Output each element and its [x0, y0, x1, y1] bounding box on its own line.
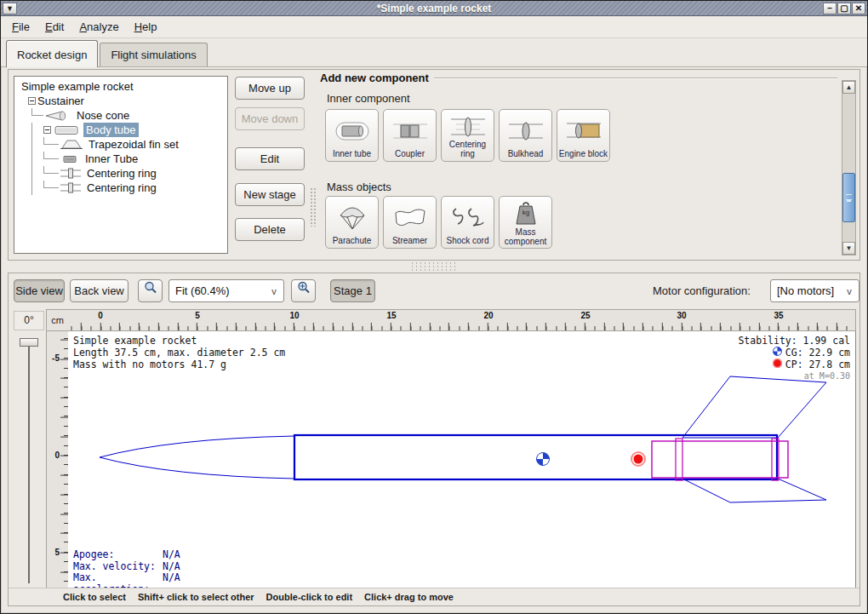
mass-component-icon: kg	[511, 200, 541, 227]
centering-ring-button[interactable]: Centering ring	[441, 109, 494, 162]
stage-1-toggle[interactable]: Stage 1	[330, 279, 375, 302]
side-view-button[interactable]: Side view	[14, 279, 65, 302]
bulkhead-button[interactable]: Bulkhead	[499, 109, 552, 162]
mass-object-buttons: Parachute Streamer Shock cord	[325, 196, 552, 249]
window-menu-button[interactable]: ▼	[3, 3, 17, 14]
inner-tube-icon	[60, 154, 79, 164]
minimize-button[interactable]: –	[823, 3, 837, 14]
close-button[interactable]: ✕	[852, 3, 865, 14]
mass-component-button[interactable]: kg Mass component	[499, 196, 552, 249]
zoom-out-button[interactable]	[138, 279, 163, 302]
tree-row-centering-ring-1[interactable]: Centering ring	[14, 166, 227, 181]
zoom-level-select[interactable]: Fit (60.4%) v	[168, 279, 284, 302]
ruler-tick-label: 35	[774, 311, 783, 320]
menu-analyze-rest: nalyze	[87, 20, 119, 33]
menu-file[interactable]: File	[4, 17, 37, 37]
status-bar: Click to select Shift+ click to select o…	[9, 588, 859, 605]
rotation-slider[interactable]	[28, 340, 30, 583]
nose-cone-icon	[45, 110, 71, 122]
centering-ring-shape[interactable]	[676, 439, 682, 480]
horizontal-splitter-handle[interactable]	[410, 261, 458, 273]
stability-block: Stability: 1.99 cal CG: 22.9 cm CP: 27.	[738, 335, 850, 382]
hint-click-select: Click to select	[63, 592, 126, 602]
cp-value: CP: 27.8 cm	[785, 359, 850, 370]
component-button-label: Engine block	[559, 149, 608, 158]
component-panel-scrollbar[interactable]: ▲ ▼	[842, 80, 856, 255]
app-window: ▼ *Simple example rocket – ▢ ✕ File Edit…	[0, 0, 868, 614]
hint-click-drag: Click+ drag to move	[364, 592, 454, 602]
zoom-level-value: Fit (60.4%)	[169, 284, 265, 297]
collapse-icon[interactable]	[28, 97, 36, 105]
coupler-button[interactable]: Coupler	[383, 109, 437, 162]
cp-legend-icon	[773, 359, 782, 370]
tree-row-rocket[interactable]: Simple example rocket	[14, 79, 227, 94]
tree-label: Sustainer	[37, 94, 87, 108]
menu-edit[interactable]: Edit	[37, 17, 71, 37]
inner-tube-button[interactable]: Inner tube	[325, 109, 379, 162]
add-component-group: Add new component Inner component Inner …	[320, 72, 856, 258]
menu-analyze[interactable]: Analyze	[71, 17, 126, 37]
new-stage-button[interactable]: New stage	[235, 183, 305, 206]
delete-button[interactable]: Delete	[235, 218, 305, 241]
window-title: *Simple example rocket	[1, 3, 867, 14]
move-up-button[interactable]: Move up	[235, 77, 305, 100]
zoom-out-icon	[144, 280, 157, 301]
fin-top[interactable]	[682, 376, 826, 438]
body-tube-shape[interactable]	[294, 435, 777, 479]
zoom-in-button[interactable]	[291, 279, 316, 302]
tree-row-sustainer[interactable]: Sustainer	[14, 94, 227, 108]
mass-objects-label: Mass objects	[327, 181, 391, 193]
tab-flight-simulations[interactable]: Flight simulations	[100, 43, 207, 66]
rotation-slider-thumb[interactable]	[20, 338, 38, 347]
tree-row-nose-cone[interactable]: Nose cone	[14, 108, 227, 123]
hint-shift-click: Shift+ click to select other	[138, 592, 254, 602]
ruler-tick-label: 25	[580, 311, 590, 320]
nose-cone-shape[interactable]	[100, 436, 294, 479]
ruler-tick-label: 0	[98, 311, 103, 320]
motor-configuration-label: Motor configuration:	[653, 284, 751, 297]
fin-bottom[interactable]	[682, 479, 826, 502]
parachute-icon	[335, 200, 369, 236]
engine-block-button[interactable]: Engine block	[557, 109, 610, 162]
menu-help[interactable]: Help	[127, 17, 165, 37]
coupler-icon	[391, 113, 429, 149]
motor-configuration-select[interactable]: [No motors] v	[770, 279, 859, 302]
scroll-down-icon[interactable]: ▼	[842, 242, 855, 255]
inner-tube-shape[interactable]	[652, 441, 788, 478]
back-view-button[interactable]: Back view	[70, 279, 128, 302]
group-border-line	[434, 77, 837, 78]
design-viewport: 0° cm 0 5 10 15 20 25 30 35 -5	[12, 309, 856, 588]
menu-bar: File Edit Analyze Help	[1, 16, 867, 38]
shock-cord-button[interactable]: Shock cord	[441, 196, 494, 249]
maximize-button[interactable]: ▢	[837, 3, 851, 14]
vertical-splitter-handle[interactable]	[310, 187, 317, 227]
component-button-label: Coupler	[395, 149, 425, 158]
menu-file-rest: ile	[19, 20, 30, 33]
menu-edit-rest: dit	[53, 20, 65, 33]
ruler-tick-label: 20	[483, 311, 493, 320]
centering-ring-icon	[60, 168, 81, 179]
scroll-up-icon[interactable]: ▲	[842, 81, 855, 94]
max-acceleration-label: Max. acceleration:	[73, 572, 163, 588]
body-tube-icon	[54, 124, 80, 136]
engine-block-icon	[565, 113, 602, 149]
parachute-button[interactable]: Parachute	[325, 196, 379, 249]
rocket-canvas[interactable]: Simple example rocket Length 37.5 cm, ma…	[68, 331, 856, 588]
max-acceleration-value: N/A	[163, 572, 180, 588]
scrollbar-thumb[interactable]	[842, 173, 855, 222]
edit-button[interactable]: Edit	[235, 147, 305, 170]
add-component-title: Add new component	[320, 72, 434, 84]
tree-row-body-tube[interactable]: Body tube	[14, 123, 227, 137]
tab-rocket-design[interactable]: Rocket design	[6, 40, 98, 67]
tree-row-fin-set[interactable]: Trapezoidal fin set	[14, 137, 227, 152]
tree-row-centering-ring-2[interactable]: Centering ring	[14, 181, 227, 195]
max-velocity-label: Max. velocity:	[73, 561, 163, 573]
ruler-tick-label: 30	[677, 311, 686, 320]
chevron-down-icon: v	[265, 286, 283, 296]
component-button-label: Centering ring	[443, 140, 493, 158]
tree-label: Inner Tube	[83, 152, 140, 166]
streamer-button[interactable]: Streamer	[383, 196, 437, 249]
rocket-length-info: Length 37.5 cm, max. diameter 2.5 cm	[73, 347, 285, 359]
collapse-icon[interactable]	[43, 126, 51, 134]
tree-row-inner-tube[interactable]: Inner Tube	[14, 152, 227, 166]
